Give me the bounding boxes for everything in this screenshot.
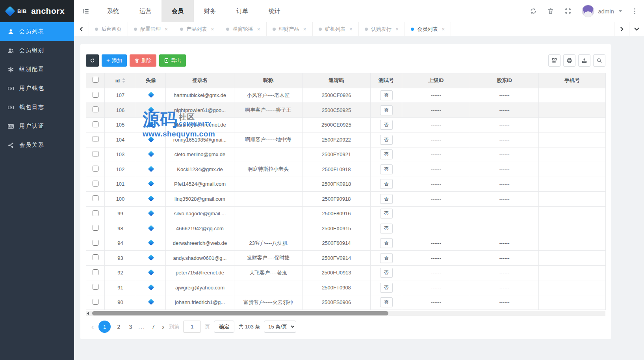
row-checkbox[interactable] [93, 121, 98, 127]
print-button[interactable] [563, 54, 575, 67]
row-checkbox[interactable] [93, 269, 98, 275]
tab-products[interactable]: 产品列表 × [174, 22, 220, 36]
test-flag-badge[interactable]: 否 [380, 297, 393, 307]
row-checkbox[interactable] [93, 240, 98, 246]
scroll-left-arrow-icon[interactable] [87, 312, 89, 315]
sidebar-item-member-groups[interactable]: 会员组别 [0, 41, 74, 60]
row-checkbox[interactable] [93, 151, 98, 157]
page-size-select[interactable]: 15 条/页 [264, 321, 296, 333]
test-flag-badge[interactable]: 否 [380, 268, 393, 278]
row-checkbox[interactable] [93, 195, 98, 201]
tab-member-list[interactable]: 会员列表 × [405, 22, 451, 36]
row-checkbox[interactable] [93, 106, 98, 112]
select-all-checkbox[interactable] [93, 77, 98, 83]
sidebar-item-group-config[interactable]: 组别配置 [0, 60, 74, 79]
horizontal-scrollbar[interactable] [86, 311, 605, 316]
row-checkbox[interactable] [93, 299, 98, 305]
columns-toggle-button[interactable] [548, 54, 560, 67]
row-checkbox[interactable] [93, 166, 98, 172]
tab-close-icon[interactable]: × [211, 26, 214, 32]
sidebar-item-user-wallet[interactable]: 用户钱包 [0, 79, 74, 98]
sidebar-item-member-list[interactable]: 会员列表 [0, 22, 74, 41]
row-checkbox[interactable] [93, 136, 98, 142]
nav-item-stats[interactable]: 统计 [258, 0, 291, 22]
column-header-id[interactable]: id [105, 73, 136, 88]
nav-item-order[interactable]: 订单 [226, 0, 258, 22]
row-checkbox[interactable] [93, 92, 98, 98]
goto-page-input[interactable] [183, 321, 201, 333]
row-checkbox[interactable] [93, 225, 98, 231]
cell-login: andy.shadow0601@g... [166, 251, 234, 266]
page-number-7[interactable]: 7 [149, 324, 157, 330]
user-avatar[interactable] [582, 5, 594, 17]
test-flag-badge[interactable]: 否 [380, 135, 393, 145]
goto-confirm-button[interactable]: 确定 [214, 321, 234, 333]
export-data-button[interactable] [578, 54, 590, 67]
test-flag-badge[interactable]: 否 [380, 283, 393, 293]
page-number-3[interactable]: 3 [126, 324, 134, 330]
tabs-scroll-right-button[interactable] [614, 22, 629, 36]
cell-invite-code: 2500FZ0922 [303, 132, 371, 147]
tab-close-icon[interactable]: × [303, 26, 306, 32]
row-checkbox[interactable] [93, 254, 98, 260]
refresh-icon[interactable] [530, 7, 537, 15]
tabs-dropdown-button[interactable] [629, 22, 644, 36]
sidebar-item-wallet-log[interactable]: 钱包日志 [0, 98, 74, 117]
test-flag-badge[interactable]: 否 [380, 120, 393, 130]
tab-popup-carousel[interactable]: 弹窗轮播 × [220, 22, 266, 36]
tab-miner-list[interactable]: 矿机列表 × [313, 22, 359, 36]
test-flag-badge[interactable]: 否 [380, 90, 393, 100]
table-row: 90 johann.friedrich1@g... 富贵客户-----火云邪神 … [86, 295, 606, 310]
select-all-header [86, 73, 105, 88]
tab-wealth-products[interactable]: 理财产品 × [267, 22, 313, 36]
refresh-button[interactable] [86, 54, 99, 67]
kebab-menu-icon[interactable] [633, 7, 637, 15]
nav-item-member[interactable]: 会员 [161, 0, 194, 22]
sidebar-toggle-button[interactable] [74, 0, 97, 22]
test-flag-badge[interactable]: 否 [380, 238, 393, 248]
tab-close-icon[interactable]: × [257, 26, 260, 32]
test-flag-badge[interactable]: 否 [380, 105, 393, 115]
trash-icon[interactable] [547, 7, 554, 15]
tab-config[interactable]: 配置管理 × [128, 22, 174, 36]
row-checkbox[interactable] [93, 284, 98, 290]
tab-close-icon[interactable]: × [165, 26, 168, 32]
page-number-1[interactable]: 1 [98, 321, 111, 333]
export-button[interactable]: 导出 [159, 54, 186, 67]
cell-invite-code: 2500FU0913 [303, 265, 371, 280]
tabs-scroll-left-button[interactable] [74, 22, 89, 36]
asterisk-icon [7, 66, 14, 73]
test-flag-badge[interactable]: 否 [380, 149, 393, 159]
scrollbar-thumb[interactable] [92, 311, 388, 315]
nav-item-system[interactable]: 系统 [97, 0, 129, 22]
avatar-diamond-icon [148, 254, 154, 261]
cell-parent-id: ------ [402, 147, 470, 162]
nav-item-finance[interactable]: 财务 [194, 0, 226, 22]
cell-login: silvo.nagode@gmail.... [166, 206, 234, 221]
tab-close-icon[interactable]: × [442, 26, 445, 32]
page-prev-button[interactable]: ‹ [91, 323, 95, 331]
nav-item-operation[interactable]: 运营 [129, 0, 161, 22]
test-flag-badge[interactable]: 否 [380, 194, 393, 204]
tab-close-icon[interactable]: × [349, 26, 353, 32]
delete-button[interactable]: 删除 [130, 54, 156, 67]
user-menu[interactable]: admin [582, 5, 622, 17]
test-flag-badge[interactable]: 否 [380, 164, 393, 174]
sidebar: 会员列表 会员组别 组别配置 用户钱包 钱包日志 用户认证 会员关系 [0, 22, 74, 360]
tab-home[interactable]: 后台首页 [89, 22, 128, 36]
page-number-2[interactable]: 2 [115, 324, 122, 330]
tab-close-icon[interactable]: × [395, 26, 399, 32]
search-toggle-button[interactable] [593, 54, 605, 67]
test-flag-badge[interactable]: 否 [380, 224, 393, 233]
add-button[interactable]: + 添加 [102, 54, 127, 67]
sidebar-item-user-verify[interactable]: 用户认证 [0, 117, 74, 136]
test-flag-badge[interactable]: 否 [380, 179, 393, 189]
row-checkbox[interactable] [93, 210, 98, 216]
test-flag-badge[interactable]: 否 [380, 209, 393, 218]
fullscreen-icon[interactable] [564, 7, 572, 15]
sidebar-item-member-relations[interactable]: 会员关系 [0, 136, 74, 155]
tab-subscription[interactable]: 认购发行 × [359, 22, 405, 36]
test-flag-badge[interactable]: 否 [380, 253, 393, 263]
page-next-button[interactable]: › [161, 323, 165, 331]
row-checkbox[interactable] [93, 181, 98, 187]
